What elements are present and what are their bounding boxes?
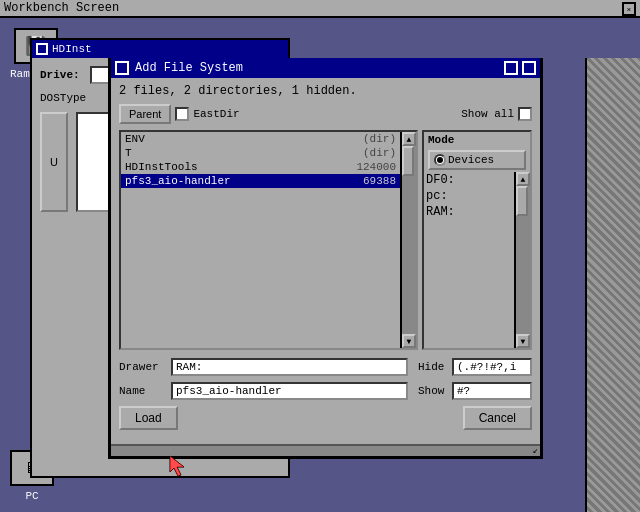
devices-scroll-thumb[interactable] [516,186,528,216]
drawer-label: Drawer [119,361,167,373]
workbench-close-button[interactable]: × [622,2,636,16]
bottom-buttons: Load Cancel [119,406,532,430]
device-ram[interactable]: RAM: [424,204,514,220]
workbench-titlebar: Workbench Screen × [0,0,640,18]
show-all-label: Show all [461,108,514,120]
devices-pane: Mode Devices DF0: pc: RAM: ▲ [422,130,532,350]
show-all-area: Show all [461,107,532,121]
drawer-input[interactable] [171,358,408,376]
pc-label: PC [25,490,38,502]
name-label: Name [119,385,167,397]
workbench-title: Workbench Screen [4,1,119,15]
file-item-hdinsttools[interactable]: HDInstTools 124000 [121,160,400,174]
dialog-restore-btn[interactable] [522,61,536,75]
eastdir-checkbox[interactable] [175,107,189,121]
devices-scroll-down[interactable]: ▼ [516,334,530,348]
hdinst-u-button[interactable]: U [40,112,68,212]
dialog-statusbar: ↙ [111,444,540,456]
devices-button[interactable]: Devices [428,150,526,170]
dialog-title-buttons [504,61,536,75]
name-input[interactable] [171,382,408,400]
pane-inner: ENV (dir) T (dir) HDInstTools 124000 [121,132,416,348]
device-pc[interactable]: pc: [424,188,514,204]
hide-input[interactable] [452,358,532,376]
cancel-button[interactable]: Cancel [463,406,532,430]
hdinst-titlebar: HDInst [32,40,288,58]
dialog-maximize-btn[interactable] [504,61,518,75]
panel-stripe [587,58,640,512]
devices-list: DF0: pc: RAM: [424,172,514,348]
dialog-close-btn[interactable] [115,61,129,75]
file-list-scrollbar[interactable]: ▲ ▼ [400,132,416,348]
show-all-checkbox[interactable] [518,107,532,121]
scroll-track[interactable] [402,146,416,334]
file-list-pane: ENV (dir) T (dir) HDInstTools 124000 [119,130,418,350]
devices-scroll-up[interactable]: ▲ [516,172,530,186]
mode-header: Mode [424,132,530,148]
right-side-panel [585,58,640,512]
devices-btn-label: Devices [448,154,494,166]
statusbar-arrow: ↙ [533,445,538,456]
file-item-pfs3[interactable]: pfs3_aio-handler 69388 [121,174,400,188]
file-panes: ENV (dir) T (dir) HDInstTools 124000 [119,130,532,350]
devices-list-area: DF0: pc: RAM: ▲ ▼ [424,172,530,348]
parent-button[interactable]: Parent [119,104,171,124]
hdinst-title: HDInst [52,43,92,55]
hide-label: Hide [418,361,448,373]
show-input[interactable] [452,382,532,400]
devices-scrollbar[interactable]: ▲ ▼ [514,172,530,348]
scroll-down-arrow[interactable]: ▼ [402,334,416,348]
devices-radio[interactable] [434,154,446,166]
dialog-titlebar: Add File System [111,58,540,78]
drawer-row: Drawer Hide [119,358,532,376]
device-df0[interactable]: DF0: [424,172,514,188]
toolbar-row: Parent EastDir Show all [119,104,532,124]
dialog-title: Add File System [135,61,243,75]
info-text: 2 files, 2 directories, 1 hidden. [119,84,532,98]
file-list: ENV (dir) T (dir) HDInstTools 124000 [121,132,400,348]
scroll-up-arrow[interactable]: ▲ [402,132,416,146]
desktop: 💾 Ram Disk 🖥 PC HDInst Drive: DOSType U [0,18,640,512]
dialog-body: 2 files, 2 directories, 1 hidden. Parent… [111,78,540,440]
hdinst-drive-label: Drive: [40,69,90,81]
eastdir-label: EastDir [193,108,239,120]
name-row: Name Show [119,382,532,400]
hdinst-close-btn[interactable] [36,43,48,55]
show-label: Show [418,385,448,397]
file-item-env[interactable]: ENV (dir) [121,132,400,146]
scroll-thumb[interactable] [402,146,414,176]
devices-scroll-track[interactable] [516,186,530,334]
file-item-t[interactable]: T (dir) [121,146,400,160]
load-button[interactable]: Load [119,406,178,430]
add-filesystem-dialog: Add File System 2 files, 2 directories, … [108,58,543,459]
